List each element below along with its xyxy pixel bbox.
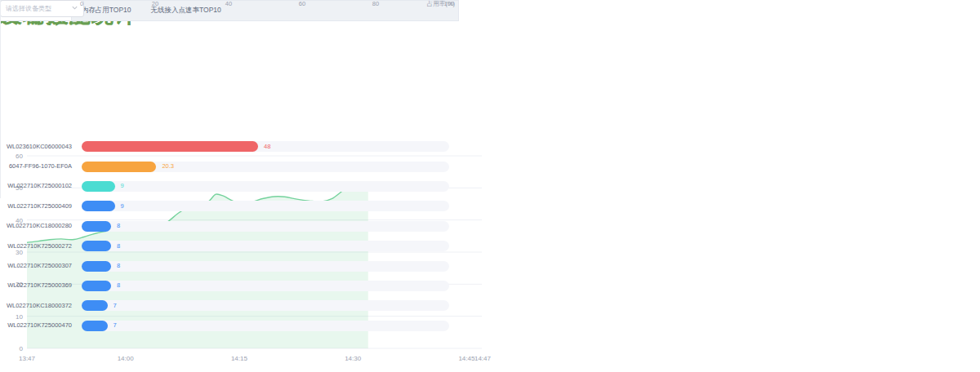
device-name-label: WL022710KC18000280: [0, 216, 72, 236]
x-tick-label: 14:47: [474, 355, 492, 362]
bar: [82, 261, 111, 272]
bar: [82, 241, 111, 251]
bar-row: WL022710K7250003698: [0, 276, 461, 295]
bar-row: 6047-FF96-1070-EF0A20.3: [0, 157, 461, 176]
device-name-label: 6047-FF96-1070-EF0A: [0, 157, 72, 176]
bar-track: [82, 162, 449, 172]
bar: [82, 300, 108, 311]
bar-track: [82, 221, 449, 232]
bar: [82, 281, 111, 291]
bar: [82, 201, 115, 211]
bar-row: WL022710K7250003078: [0, 256, 461, 276]
bar-chart: WL023610KC06000043486047-FF96-1070-EF0A2…: [0, 0, 466, 372]
bar: [82, 221, 111, 232]
device-name-label: WL022710K725000272: [0, 237, 72, 256]
bar: [82, 181, 115, 192]
bar-value: 7: [114, 316, 117, 335]
bar-row: WL023610KC0600004348: [0, 137, 461, 157]
bar-track: [82, 181, 449, 192]
bar-value: 48: [264, 137, 270, 157]
bar-row: WL022710K7250002728: [0, 237, 461, 256]
bar-value: 8: [117, 216, 120, 236]
bar: [82, 321, 108, 331]
bar-value: 8: [117, 256, 120, 276]
device-name-label: WL022710K725000102: [0, 176, 72, 196]
bar-row: WL022710KC180002808: [0, 216, 461, 236]
device-name-label: WL022710K725000307: [0, 256, 72, 276]
bar-value: 20.3: [162, 157, 174, 176]
bar-track: [82, 300, 449, 311]
bar-track: [82, 241, 449, 251]
bar-value: 9: [121, 176, 124, 196]
bar-track: [82, 201, 449, 211]
bar-value: 8: [117, 237, 120, 256]
bar-track: [82, 261, 449, 272]
bar-value: 8: [117, 276, 120, 295]
bar-chart-x-axis-name: 占用率(%): [0, 0, 455, 8]
device-name-label: WL022710K725000409: [0, 197, 72, 216]
bar-value: 7: [114, 296, 117, 316]
device-name-label: WL022710KC18000372: [0, 296, 72, 316]
device-name-label: WL022710K725000470: [0, 316, 72, 335]
device-name-label: WL023610KC06000043: [0, 137, 72, 157]
bar: [82, 141, 258, 152]
bar-value: 9: [121, 197, 124, 216]
bar-track: [82, 281, 449, 291]
bar-row: WL022710K7250001029: [0, 176, 461, 196]
bar-row: WL022710KC180003727: [0, 296, 461, 316]
bar-track: [82, 321, 449, 331]
dashboard: 终端数量统计 终端数量统计 近1小时 2023-12-27 13:47 - 20…: [0, 0, 980, 372]
bar-row: WL022710K7250004707: [0, 316, 461, 335]
device-name-label: WL022710K725000369: [0, 276, 72, 295]
bar-row: WL022710K7250004099: [0, 197, 461, 216]
bar: [82, 162, 156, 172]
